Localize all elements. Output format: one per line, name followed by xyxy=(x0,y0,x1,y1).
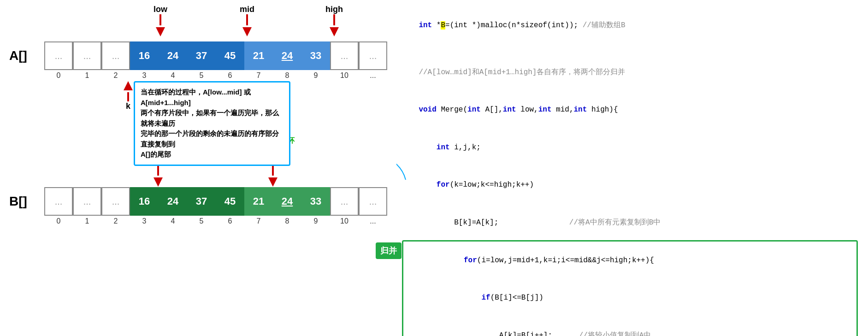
left-panel: low mid high A[] ... ... ... 16 24 37 xyxy=(0,0,396,336)
tooltip-box: 当在循环的过程中，A[low...mid] 或 A[mid+1...high]两… xyxy=(134,81,290,166)
pointer-k-label: k xyxy=(126,101,130,111)
code-line-5: int i,j,k; xyxy=(401,129,859,167)
cell-a-5: 37 xyxy=(187,41,216,70)
array-b-row: ... ... ... 16 24 37 45 21 24 33 ... ... xyxy=(44,187,387,216)
cell-b-0: ... xyxy=(44,187,73,216)
cell-a-8: 24 xyxy=(273,41,301,70)
cell-b-4: 24 xyxy=(159,187,187,216)
cell-a-1: ... xyxy=(73,41,101,70)
cell-a-11: ... xyxy=(359,41,387,70)
right-panel: int *B=(int *)malloc(n*sizeof(int)); //辅… xyxy=(396,0,868,336)
code-line-4: void Merge(int A[],int low,int mid,int h… xyxy=(401,91,859,129)
array-a-row: ... ... ... 16 24 37 45 21 24 33 ... ... xyxy=(44,41,387,70)
code-line-3: //A[low…mid]和A[mid+1…high]各自有序，将两个部分归并 xyxy=(401,54,859,92)
code-line-1: int *B=(int *)malloc(n*sizeof(int)); //辅… xyxy=(401,7,859,45)
cell-b-5: 37 xyxy=(187,187,216,216)
cell-a-2: ... xyxy=(101,41,130,70)
array-b-index-row: 0 1 2 3 4 5 6 7 8 9 10 ... xyxy=(44,216,387,227)
code-line-7: B[k]=A[k]; //将A中所有元素复制到B中 xyxy=(401,204,859,242)
code-line-8: for(i=low,j=mid+1,k=i;i<=mid&&j<=high;k+… xyxy=(401,242,859,279)
cell-b-8: 24 xyxy=(273,187,301,216)
pointer-k-container: k xyxy=(124,81,133,111)
pointer-low: low xyxy=(154,5,167,36)
cell-a-7: 21 xyxy=(244,41,273,70)
cell-b-9: 33 xyxy=(301,187,330,216)
cell-a-9: 33 xyxy=(301,41,330,70)
code-line-10: A[k]=B[i++]; //将较小值复制到A中 xyxy=(401,317,859,336)
cell-b-2: ... xyxy=(101,187,130,216)
code-line-9: if(B[i]<=B[j]) xyxy=(401,279,859,317)
cell-b-10: ... xyxy=(330,187,359,216)
guibing-badge: 归并 xyxy=(376,242,402,259)
cell-b-3: 16 xyxy=(130,187,159,216)
cell-a-10: ... xyxy=(330,41,359,70)
pointer-mid: mid xyxy=(240,5,254,36)
cell-a-0: ... xyxy=(44,41,73,70)
cell-b-7: 21 xyxy=(244,187,273,216)
code-line-6: for(k=low;k<=high;k++) xyxy=(401,166,859,204)
array-b-label: B[] xyxy=(9,194,40,209)
array-a-label: A[] xyxy=(9,48,40,63)
cell-a-3: 16 xyxy=(130,41,159,70)
cell-b-1: ... xyxy=(73,187,101,216)
pointer-high: high xyxy=(325,5,343,36)
cell-b-11: ... xyxy=(359,187,387,216)
array-a-index-row: 0 1 2 3 4 5 6 7 8 9 10 ... xyxy=(44,70,387,81)
cell-a-4: 24 xyxy=(159,41,187,70)
cell-b-6: 45 xyxy=(216,187,244,216)
code-spacer xyxy=(401,45,859,54)
cell-a-6: 45 xyxy=(216,41,244,70)
tooltip-text: 当在循环的过程中，A[low...mid] 或 A[mid+1...high]两… xyxy=(141,88,279,158)
